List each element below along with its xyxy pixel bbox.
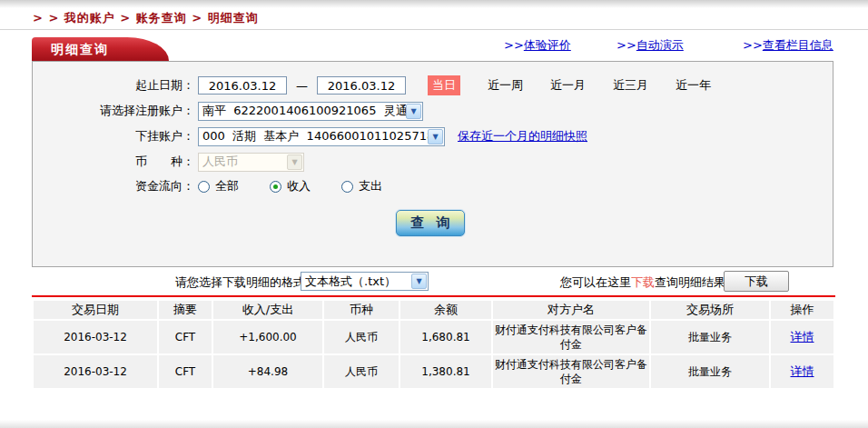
cell-summary: CFT	[159, 355, 212, 388]
sub-account-label: 下挂账户：	[33, 128, 194, 144]
breadcrumb[interactable]: > > 我的账户 > 账务查询 > 明细查询	[33, 10, 259, 26]
radio-icon[interactable]	[341, 181, 353, 193]
col-header-amount: 收入/支出	[213, 301, 322, 319]
cell-balance: 1,380.81	[400, 355, 491, 388]
link-experience-review[interactable]: >>体验评价	[504, 37, 571, 54]
col-header-date: 交易日期	[34, 301, 157, 319]
date-range-label: 起止日期：	[33, 77, 194, 94]
link-view-column-info[interactable]: >>查看栏目信息	[743, 37, 833, 54]
flow-option-all[interactable]: 全部	[198, 178, 239, 194]
save-snapshot-link[interactable]: 保存近一个月的明细快照	[458, 128, 587, 144]
download-hint-emphasis: 下载	[631, 275, 655, 289]
bottom-gradient	[0, 420, 868, 428]
sub-account-row: 下挂账户： 000 活期 基本户 1406600101102571848 ▼ 保…	[33, 126, 833, 146]
chevron-prefix: >>	[743, 38, 763, 52]
date-to-input[interactable]	[317, 76, 406, 95]
sub-account-select[interactable]: 000 活期 基本户 1406600101102571848 ▼	[198, 127, 445, 146]
query-button[interactable]: 查 询	[396, 210, 465, 236]
quick-range-quarter[interactable]: 近三月	[613, 77, 648, 94]
flow-option-income[interactable]: 收入	[270, 178, 311, 194]
cell-action: 详情	[771, 321, 833, 353]
cell-counterparty: 财付通支付科技有限公司客户备付金	[493, 321, 649, 353]
radio-icon[interactable]	[198, 181, 210, 193]
fund-flow-label: 资金流向：	[33, 178, 194, 194]
register-account-select[interactable]: 南平 6222001406100921065 灵通卡 ▼	[198, 102, 423, 121]
register-account-row: 请选择注册账户： 南平 6222001406100921065 灵通卡 ▼	[33, 101, 833, 121]
cell-balance: 1,680.81	[400, 321, 491, 353]
top-gradient	[0, 0, 868, 8]
quick-range-month[interactable]: 近一月	[550, 77, 586, 94]
cell-venue: 批量业务	[651, 355, 769, 388]
download-format-select[interactable]: 文本格式（.txt） ▼	[301, 272, 429, 291]
cell-currency: 人民币	[324, 355, 399, 388]
dropdown-arrow-icon[interactable]: ▼	[406, 104, 421, 119]
cell-venue: 批量业务	[651, 321, 769, 353]
radio-checked-icon[interactable]	[270, 181, 281, 193]
red-divider	[32, 295, 835, 297]
fund-flow-row: 资金流向： 全部 收入 支出	[33, 176, 833, 196]
date-range-row: 起止日期： — 当日 近一周 近一月 近三月 近一年	[33, 75, 833, 95]
date-range-dash: —	[296, 79, 308, 93]
tab-detail-query[interactable]: 明细查询	[32, 37, 128, 61]
currency-label: 币 种：	[33, 154, 194, 170]
dropdown-arrow-icon[interactable]: ▼	[428, 129, 443, 144]
register-account-label: 请选择注册账户：	[33, 103, 194, 119]
cell-counterparty: 财付通支付科技有限公司客户备付金	[493, 355, 649, 388]
chevron-prefix: >>	[616, 38, 636, 52]
cell-amount: +84.98	[213, 355, 322, 388]
col-header-action: 操作	[771, 301, 833, 319]
transactions-table: 交易日期 摘要 收入/支出 币种 余额 对方户名 交易场所 操作 2016-03…	[32, 299, 835, 390]
cell-summary: CFT	[159, 321, 212, 353]
flow-option-expense[interactable]: 支出	[341, 178, 382, 194]
col-header-balance: 余额	[400, 301, 491, 319]
dropdown-arrow-icon: ▼	[287, 154, 302, 170]
quick-range-week[interactable]: 近一周	[488, 77, 523, 94]
currency-select: 人民币 ▼	[198, 153, 304, 172]
dropdown-arrow-icon[interactable]: ▼	[411, 274, 427, 289]
download-format-label: 请您选择下载明细的格式	[175, 274, 305, 291]
detail-link[interactable]: 详情	[791, 364, 814, 378]
cell-amount: +1,600.00	[213, 321, 322, 353]
table-row: 2016-03-12 CFT +1,600.00 人民币 1,680.81 财付…	[34, 321, 833, 353]
quick-range-today[interactable]: 当日	[428, 75, 460, 95]
cell-action: 详情	[771, 355, 833, 388]
cell-date: 2016-03-12	[34, 321, 157, 353]
breadcrumb-divider	[0, 29, 868, 30]
detail-link[interactable]: 详情	[791, 330, 814, 343]
col-header-counterparty: 对方户名	[493, 301, 649, 319]
link-auto-demo[interactable]: >>自动演示	[616, 37, 684, 54]
chevron-prefix: >>	[504, 38, 524, 52]
date-from-input[interactable]	[198, 76, 287, 95]
cell-date: 2016-03-12	[34, 355, 157, 388]
download-hint: 您可以在这里下载查询明细结果	[560, 274, 725, 291]
download-button[interactable]: 下载	[724, 271, 789, 292]
cell-currency: 人民币	[324, 321, 399, 353]
query-form-panel: 起止日期： — 当日 近一周 近一月 近三月 近一年 请选择注册账户： 南平 6…	[32, 61, 833, 267]
col-header-venue: 交易场所	[651, 301, 769, 319]
col-header-summary: 摘要	[159, 301, 212, 319]
table-row: 2016-03-12 CFT +84.98 人民币 1,380.81 财付通支付…	[34, 355, 833, 388]
table-header-row: 交易日期 摘要 收入/支出 币种 余额 对方户名 交易场所 操作	[34, 301, 833, 319]
detail-query-page: > > 我的账户 > 账务查询 > 明细查询 明细查询 >>体验评价 >>自动演…	[0, 0, 868, 428]
currency-row: 币 种： 人民币 ▼	[33, 152, 833, 172]
quick-range-year[interactable]: 近一年	[676, 77, 711, 94]
col-header-currency: 币种	[324, 301, 399, 319]
